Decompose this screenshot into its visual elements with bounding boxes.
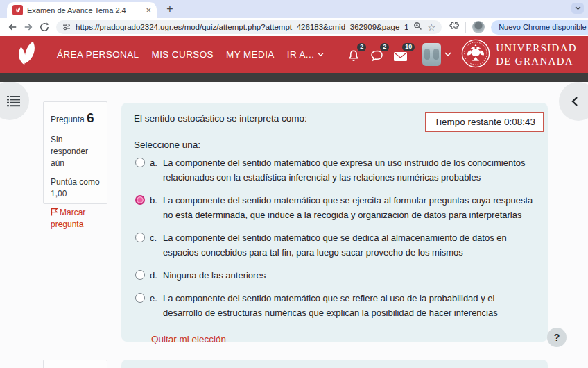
chevron-left-icon — [571, 97, 578, 106]
answer-option-d[interactable]: d. Ninguna de las anteriores — [135, 268, 536, 283]
answer-option-e[interactable]: e. La componente del sentido matemático … — [135, 291, 536, 320]
brand-line-1: UNIVERSIDAD — [496, 42, 577, 55]
toolbar-right: Nuevo Chrome disponible ⋮ — [449, 20, 588, 35]
radio-c[interactable] — [135, 233, 145, 242]
option-letter: e. — [145, 291, 163, 306]
zoom-icon[interactable] — [413, 21, 422, 33]
bell-icon — [347, 49, 361, 62]
quiz-nav-drawer-button[interactable] — [0, 82, 29, 120]
header-right: 2 2 10 — [347, 39, 581, 71]
university-wordmark: UNIVERSIDAD DE GRANADA — [496, 42, 577, 68]
blocks-drawer-button[interactable] — [559, 82, 588, 121]
mail-badge: 10 — [402, 43, 415, 51]
notifications-button[interactable]: 2 — [347, 46, 363, 64]
option-text[interactable]: La componente del sentido matemático que… — [163, 291, 536, 320]
mail-button[interactable]: 10 — [392, 46, 412, 64]
user-avatar[interactable] — [422, 43, 441, 66]
clear-choice-link[interactable]: Quitar mi elección — [151, 334, 226, 344]
radio-d[interactable] — [135, 270, 145, 280]
question-number-line: Pregunta 6 — [51, 108, 100, 128]
toolbar-divider — [465, 22, 466, 33]
flag-question-link[interactable]: Marcar pregunta — [51, 207, 100, 231]
flag-icon — [51, 208, 58, 216]
option-text[interactable]: La componente del sentido matemático que… — [163, 231, 536, 260]
select-one-label: Seleccione una: — [134, 140, 200, 150]
brand-line-2: DE GRANADA — [496, 55, 577, 68]
nav-ir-a-label: IR A... — [287, 49, 315, 60]
option-text[interactable]: La componente del sentido matemático que… — [163, 156, 536, 185]
question-status: Sin responder aún — [51, 134, 100, 170]
nav-my-media[interactable]: MY MEDIA — [226, 49, 275, 60]
nav-mis-cursos[interactable]: MIS CURSOS — [152, 49, 214, 60]
back-button[interactable] — [6, 21, 19, 33]
chevron-down-icon — [318, 53, 324, 57]
option-letter: c. — [145, 231, 163, 245]
header-dark-strip — [0, 73, 588, 82]
user-menu-chevron-icon[interactable] — [444, 52, 451, 57]
next-question-card — [121, 360, 548, 368]
question-prompt: El sentido estocástico se interpreta com… — [134, 113, 307, 124]
new-tab-button[interactable]: + — [164, 3, 176, 15]
option-text[interactable]: La componente del sentido matemático que… — [163, 193, 536, 222]
question-label: Pregunta — [51, 115, 85, 124]
next-question-info-box: Pregunta 7 — [43, 360, 107, 368]
main-nav: ÁREA PERSONAL MIS CURSOS MY MEDIA IR A..… — [57, 49, 324, 60]
url-bar[interactable]: https://pradogrado2324.ugr.es/mod/quiz/a… — [56, 20, 442, 34]
notifications-badge: 2 — [357, 43, 366, 51]
site-info-icon[interactable] — [62, 21, 71, 33]
screen: Examen de Avance Tema 2.4 × + https://pr… — [0, 0, 588, 368]
answer-options: a. La componente del sentido matemático … — [135, 156, 536, 345]
browser-tab-strip: Examen de Avance Tema 2.4 × + — [0, 0, 588, 18]
tab-close-icon[interactable]: × — [146, 6, 151, 15]
messages-button[interactable]: 2 — [370, 46, 386, 64]
option-text[interactable]: Ninguna de las anteriores — [163, 268, 266, 283]
extensions-icon[interactable] — [449, 21, 459, 33]
help-button[interactable]: ? — [547, 328, 567, 347]
option-letter: d. — [145, 268, 163, 283]
radio-e[interactable] — [135, 293, 145, 303]
prado-favicon-icon — [12, 5, 23, 15]
answer-option-b[interactable]: b. La componente del sentido matemático … — [135, 193, 536, 222]
list-icon — [7, 95, 20, 107]
ugr-crest-icon — [461, 39, 490, 71]
radio-a[interactable] — [135, 158, 145, 167]
messages-badge: 2 — [380, 43, 389, 51]
browser-tab[interactable]: Examen de Avance Tema 2.4 × — [7, 2, 157, 18]
answer-option-a[interactable]: a. La componente del sentido matemático … — [135, 156, 536, 185]
tab-title: Examen de Avance Tema 2.4 — [27, 6, 141, 15]
question-info-box: Pregunta 6 Sin responder aún Puntúa como… — [43, 101, 107, 204]
option-letter: b. — [145, 193, 163, 208]
bookmark-star-icon[interactable]: ☆ — [427, 23, 435, 32]
radio-b[interactable] — [135, 195, 145, 205]
browser-profile-avatar[interactable] — [472, 21, 485, 33]
url-text[interactable]: https://pradogrado2324.ugr.es/mod/quiz/a… — [76, 23, 408, 31]
chrome-update-chip[interactable]: Nuevo Chrome disponible ⋮ — [491, 20, 588, 35]
question-card: El sentido estocástico se interpreta com… — [121, 103, 548, 342]
question-grade: Puntúa como 1,00 — [51, 176, 100, 201]
forward-button[interactable] — [22, 21, 35, 33]
prado-logo-icon[interactable] — [11, 38, 39, 72]
answer-option-c[interactable]: c. La componente del sentido matemático … — [135, 231, 536, 260]
browser-toolbar: https://pradogrado2324.ugr.es/mod/quiz/a… — [0, 18, 588, 36]
reload-button[interactable] — [38, 21, 51, 33]
tab-search-chevron-icon[interactable] — [571, 3, 584, 14]
quiz-timer: Tiempo restante 0:08:43 — [425, 112, 544, 132]
nav-area-personal[interactable]: ÁREA PERSONAL — [57, 49, 139, 60]
quiz-page: Pregunta 6 Sin responder aún Puntúa como… — [0, 82, 588, 368]
chrome-update-label: Nuevo Chrome disponible — [499, 23, 587, 31]
option-letter: a. — [145, 156, 163, 170]
nav-ir-a[interactable]: IR A... — [287, 49, 325, 60]
site-header: ÁREA PERSONAL MIS CURSOS MY MEDIA IR A..… — [0, 36, 588, 73]
question-number: 6 — [87, 110, 94, 125]
